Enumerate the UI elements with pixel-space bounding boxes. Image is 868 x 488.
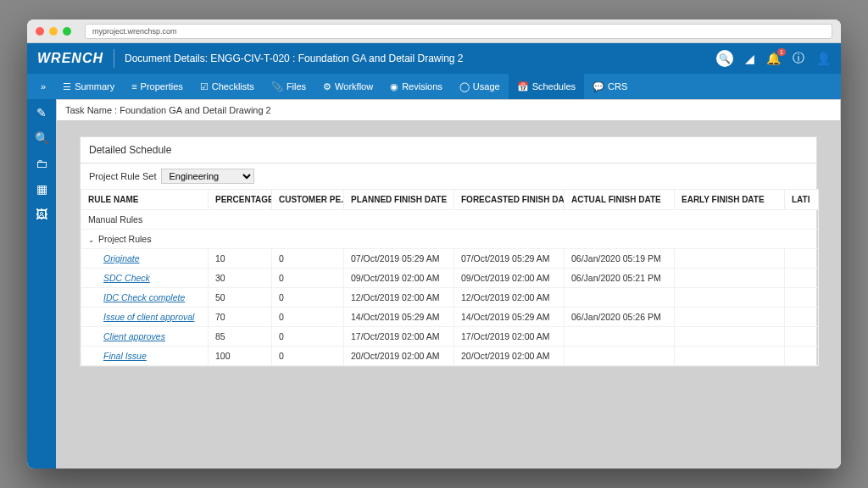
cell-late (785, 327, 819, 347)
tab-label: Schedules (532, 81, 576, 92)
cell-planned: 17/Oct/2019 02:00 AM (344, 327, 454, 347)
cell-actual (565, 347, 675, 366)
header-divider (114, 49, 114, 68)
folder-icon[interactable]: 🗀 (36, 157, 47, 170)
rule-set-select[interactable]: Engineering (161, 169, 254, 184)
col-early-finish[interactable]: EARLY FINISH DATE (675, 190, 785, 210)
cell-late (785, 249, 819, 269)
cell-forecast: 20/Oct/2019 02:00 AM (454, 347, 565, 366)
tab-checklists[interactable]: ☑ Checklists (192, 74, 263, 99)
col-forecasted-finish[interactable]: FORECASTED FINISH DATE (454, 190, 565, 210)
search-icon[interactable]: 🔍 (35, 131, 49, 145)
table-row[interactable]: Client approves85017/Oct/2019 02:00 AM17… (81, 327, 819, 347)
group-project-rules[interactable]: ⌄Project Rules (81, 230, 819, 249)
image-icon[interactable]: 🖼 (36, 208, 47, 221)
col-late[interactable]: LATI (785, 190, 819, 210)
user-icon[interactable]: 👤 (816, 52, 831, 65)
cell-forecast: 12/Oct/2019 02:00 AM (454, 288, 565, 308)
cell-late (785, 269, 819, 288)
tab-label: Checklists (212, 81, 254, 92)
cell-actual (565, 288, 675, 308)
table-row[interactable]: SDC Check30009/Oct/2019 02:00 AM09/Oct/2… (81, 269, 819, 288)
search-button[interactable]: 🔍 (716, 50, 733, 67)
rule-link[interactable]: SDC Check (88, 273, 150, 283)
app-logo[interactable]: WRENCH (37, 51, 103, 66)
group-label: Manual Rules (88, 214, 142, 225)
cell-early (675, 347, 785, 366)
cell-forecast: 09/Oct/2019 02:00 AM (454, 269, 565, 288)
cell-planned: 12/Oct/2019 02:00 AM (344, 288, 454, 308)
browser-chrome: myproject.wrenchsp.com (27, 19, 841, 43)
table-row[interactable]: IDC Check complete50012/Oct/2019 02:00 A… (81, 288, 819, 308)
table-row[interactable]: Originate10007/Oct/2019 05:29 AM07/Oct/2… (81, 249, 819, 269)
sub-nav: » ☰ Summary ≡ Properties ☑ Checklists 📎 … (27, 74, 841, 99)
cell-pct: 100 (209, 347, 272, 366)
tab-label: Workflow (335, 81, 373, 92)
tab-properties[interactable]: ≡ Properties (123, 74, 192, 99)
cell-pct: 70 (209, 308, 272, 327)
tab-summary[interactable]: ☰ Summary (54, 74, 123, 99)
grid-icon[interactable]: ▦ (36, 182, 47, 196)
tab-crs[interactable]: 💬 CRS (584, 74, 636, 99)
tab-label: CRS (608, 81, 627, 92)
cell-late (785, 288, 819, 308)
chevron-down-icon[interactable]: ⌄ (88, 236, 98, 244)
notification-badge: 1 (777, 48, 786, 56)
rule-link[interactable]: IDC Check complete (88, 292, 185, 302)
table-header-row: RULE NAME PERCENTAGE CUSTOMER PE... PLAN… (81, 190, 819, 210)
schedule-panel: Detailed Schedule Project Rule Set Engin… (80, 136, 817, 367)
cell-actual (565, 327, 675, 347)
maximize-window-icon[interactable] (63, 27, 71, 36)
table-row[interactable]: Issue of client approval70014/Oct/2019 0… (81, 308, 819, 327)
schedule-table: RULE NAME PERCENTAGE CUSTOMER PE... PLAN… (81, 189, 819, 366)
cell-cust: 0 (272, 327, 344, 347)
chart-icon[interactable]: ◢ (745, 52, 754, 65)
notifications-icon[interactable]: 🔔1 (766, 52, 781, 65)
cell-planned: 07/Oct/2019 05:29 AM (344, 249, 454, 269)
close-window-icon[interactable] (36, 27, 44, 36)
cell-actual: 06/Jan/2020 05:19 PM (565, 249, 675, 269)
tab-revisions[interactable]: ◉ Revisions (381, 74, 451, 99)
cell-planned: 09/Oct/2019 02:00 AM (344, 269, 454, 288)
expand-all-icon[interactable]: » (32, 74, 54, 99)
cell-planned: 20/Oct/2019 02:00 AM (344, 347, 454, 366)
cell-pct: 10 (209, 249, 272, 269)
tab-schedules[interactable]: 📅 Schedules (509, 74, 584, 99)
rule-link[interactable]: Issue of client approval (88, 312, 194, 322)
cell-forecast: 17/Oct/2019 02:00 AM (454, 327, 565, 347)
cell-cust: 0 (272, 249, 344, 269)
col-rule-name[interactable]: RULE NAME (81, 190, 209, 210)
rule-link[interactable]: Client approves (88, 331, 165, 341)
col-customer-pe[interactable]: CUSTOMER PE... (272, 190, 344, 210)
tab-workflow[interactable]: ⚙ Workflow (314, 74, 381, 99)
cell-cust: 0 (272, 288, 344, 308)
info-icon[interactable]: ⓘ (793, 51, 804, 66)
col-percentage[interactable]: PERCENTAGE (209, 190, 272, 210)
cell-pct: 85 (209, 327, 272, 347)
rule-link[interactable]: Final Issue (88, 351, 147, 361)
cell-pct: 50 (209, 288, 272, 308)
tab-label: Files (287, 81, 306, 92)
rule-link[interactable]: Originate (88, 253, 140, 263)
tab-label: Summary (75, 81, 114, 92)
left-sidebar: ✎ 🔍 🗀 ▦ 🖼 (27, 99, 56, 469)
header-actions: 🔍 ◢ 🔔1 ⓘ 👤 (716, 50, 831, 67)
tab-usage[interactable]: ◯ Usage (451, 74, 509, 99)
table-row[interactable]: Final Issue100020/Oct/2019 02:00 AM20/Oc… (81, 347, 819, 366)
cell-cust: 0 (272, 269, 344, 288)
address-bar[interactable]: myproject.wrenchsp.com (85, 24, 832, 39)
browser-window: myproject.wrenchsp.com WRENCH Document D… (27, 19, 841, 469)
cell-cust: 0 (272, 308, 344, 327)
task-name-bar: Task Name : Foundation GA and Detail Dra… (56, 99, 841, 121)
panel-heading: Detailed Schedule (81, 137, 816, 164)
group-label: Project Rules (98, 234, 151, 244)
tab-label: Properties (141, 81, 183, 92)
group-manual-rules[interactable]: Manual Rules (81, 210, 819, 230)
col-actual-finish[interactable]: ACTUAL FINISH DATE (565, 190, 675, 210)
edit-icon[interactable]: ✎ (36, 106, 47, 119)
main-content: Task Name : Foundation GA and Detail Dra… (56, 99, 841, 469)
col-planned-finish[interactable]: PLANNED FINISH DATE (344, 190, 454, 210)
rule-set-row: Project Rule Set Engineering (81, 164, 816, 189)
tab-files[interactable]: 📎 Files (263, 74, 314, 99)
minimize-window-icon[interactable] (49, 27, 58, 36)
